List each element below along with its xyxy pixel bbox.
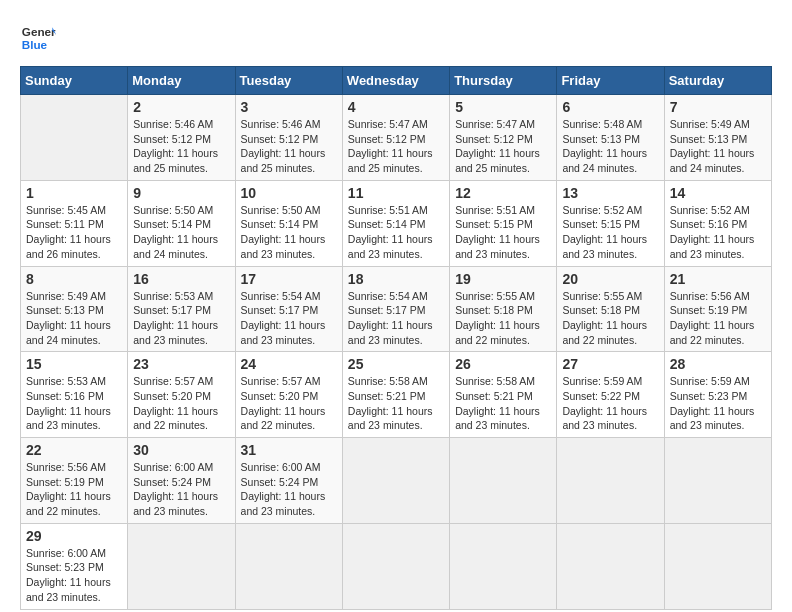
calendar-cell: 26Sunrise: 5:58 AMSunset: 5:21 PMDayligh… <box>450 352 557 438</box>
day-number: 1 <box>26 185 122 201</box>
calendar-cell: 5Sunrise: 5:47 AMSunset: 5:12 PMDaylight… <box>450 95 557 181</box>
day-info: Sunrise: 5:47 AMSunset: 5:12 PMDaylight:… <box>348 117 444 176</box>
calendar-cell <box>664 523 771 609</box>
day-info: Sunrise: 5:55 AMSunset: 5:18 PMDaylight:… <box>562 289 658 348</box>
calendar-cell: 13Sunrise: 5:52 AMSunset: 5:15 PMDayligh… <box>557 180 664 266</box>
day-number: 10 <box>241 185 337 201</box>
calendar-cell: 25Sunrise: 5:58 AMSunset: 5:21 PMDayligh… <box>342 352 449 438</box>
col-header-friday: Friday <box>557 67 664 95</box>
day-info: Sunrise: 5:59 AMSunset: 5:23 PMDaylight:… <box>670 374 766 433</box>
day-info: Sunrise: 5:49 AMSunset: 5:13 PMDaylight:… <box>26 289 122 348</box>
svg-text:General: General <box>22 25 56 38</box>
day-number: 31 <box>241 442 337 458</box>
col-header-saturday: Saturday <box>664 67 771 95</box>
day-info: Sunrise: 5:52 AMSunset: 5:15 PMDaylight:… <box>562 203 658 262</box>
day-info: Sunrise: 5:59 AMSunset: 5:22 PMDaylight:… <box>562 374 658 433</box>
day-number: 30 <box>133 442 229 458</box>
day-number: 13 <box>562 185 658 201</box>
calendar-cell: 15Sunrise: 5:53 AMSunset: 5:16 PMDayligh… <box>21 352 128 438</box>
calendar-row: 2Sunrise: 5:46 AMSunset: 5:12 PMDaylight… <box>21 95 772 181</box>
calendar-cell: 14Sunrise: 5:52 AMSunset: 5:16 PMDayligh… <box>664 180 771 266</box>
day-info: Sunrise: 5:50 AMSunset: 5:14 PMDaylight:… <box>241 203 337 262</box>
day-number: 21 <box>670 271 766 287</box>
day-number: 20 <box>562 271 658 287</box>
calendar-cell: 23Sunrise: 5:57 AMSunset: 5:20 PMDayligh… <box>128 352 235 438</box>
calendar-cell <box>664 438 771 524</box>
calendar-cell <box>128 523 235 609</box>
calendar-cell: 9Sunrise: 5:50 AMSunset: 5:14 PMDaylight… <box>128 180 235 266</box>
calendar-cell: 3Sunrise: 5:46 AMSunset: 5:12 PMDaylight… <box>235 95 342 181</box>
calendar-cell: 24Sunrise: 5:57 AMSunset: 5:20 PMDayligh… <box>235 352 342 438</box>
day-number: 27 <box>562 356 658 372</box>
calendar-row: 22Sunrise: 5:56 AMSunset: 5:19 PMDayligh… <box>21 438 772 524</box>
day-info: Sunrise: 5:50 AMSunset: 5:14 PMDaylight:… <box>133 203 229 262</box>
day-number: 4 <box>348 99 444 115</box>
day-number: 12 <box>455 185 551 201</box>
calendar-cell <box>342 523 449 609</box>
day-info: Sunrise: 5:53 AMSunset: 5:16 PMDaylight:… <box>26 374 122 433</box>
day-info: Sunrise: 5:48 AMSunset: 5:13 PMDaylight:… <box>562 117 658 176</box>
calendar-cell <box>342 438 449 524</box>
calendar-cell: 21Sunrise: 5:56 AMSunset: 5:19 PMDayligh… <box>664 266 771 352</box>
day-number: 15 <box>26 356 122 372</box>
day-number: 29 <box>26 528 122 544</box>
day-number: 18 <box>348 271 444 287</box>
day-number: 24 <box>241 356 337 372</box>
col-header-sunday: Sunday <box>21 67 128 95</box>
day-info: Sunrise: 5:46 AMSunset: 5:12 PMDaylight:… <box>133 117 229 176</box>
day-info: Sunrise: 6:00 AMSunset: 5:24 PMDaylight:… <box>133 460 229 519</box>
day-number: 28 <box>670 356 766 372</box>
col-header-wednesday: Wednesday <box>342 67 449 95</box>
calendar-cell: 1Sunrise: 5:45 AMSunset: 5:11 PMDaylight… <box>21 180 128 266</box>
day-info: Sunrise: 5:53 AMSunset: 5:17 PMDaylight:… <box>133 289 229 348</box>
day-number: 17 <box>241 271 337 287</box>
day-number: 6 <box>562 99 658 115</box>
calendar-cell: 27Sunrise: 5:59 AMSunset: 5:22 PMDayligh… <box>557 352 664 438</box>
day-info: Sunrise: 6:00 AMSunset: 5:23 PMDaylight:… <box>26 546 122 605</box>
day-number: 3 <box>241 99 337 115</box>
calendar-row: 29Sunrise: 6:00 AMSunset: 5:23 PMDayligh… <box>21 523 772 609</box>
day-number: 25 <box>348 356 444 372</box>
calendar-cell: 30Sunrise: 6:00 AMSunset: 5:24 PMDayligh… <box>128 438 235 524</box>
calendar-row: 8Sunrise: 5:49 AMSunset: 5:13 PMDaylight… <box>21 266 772 352</box>
day-info: Sunrise: 5:49 AMSunset: 5:13 PMDaylight:… <box>670 117 766 176</box>
calendar-cell <box>235 523 342 609</box>
day-info: Sunrise: 5:51 AMSunset: 5:14 PMDaylight:… <box>348 203 444 262</box>
logo-icon: General Blue <box>20 20 56 56</box>
day-info: Sunrise: 5:54 AMSunset: 5:17 PMDaylight:… <box>348 289 444 348</box>
day-number: 5 <box>455 99 551 115</box>
day-info: Sunrise: 5:58 AMSunset: 5:21 PMDaylight:… <box>348 374 444 433</box>
day-info: Sunrise: 5:52 AMSunset: 5:16 PMDaylight:… <box>670 203 766 262</box>
day-number: 8 <box>26 271 122 287</box>
calendar-cell: 31Sunrise: 6:00 AMSunset: 5:24 PMDayligh… <box>235 438 342 524</box>
calendar-cell: 7Sunrise: 5:49 AMSunset: 5:13 PMDaylight… <box>664 95 771 181</box>
calendar-cell: 22Sunrise: 5:56 AMSunset: 5:19 PMDayligh… <box>21 438 128 524</box>
logo: General Blue <box>20 20 56 56</box>
calendar-cell <box>450 438 557 524</box>
calendar-cell: 17Sunrise: 5:54 AMSunset: 5:17 PMDayligh… <box>235 266 342 352</box>
calendar-cell <box>450 523 557 609</box>
day-number: 11 <box>348 185 444 201</box>
calendar-table: SundayMondayTuesdayWednesdayThursdayFrid… <box>20 66 772 610</box>
calendar-cell: 28Sunrise: 5:59 AMSunset: 5:23 PMDayligh… <box>664 352 771 438</box>
col-header-tuesday: Tuesday <box>235 67 342 95</box>
col-header-thursday: Thursday <box>450 67 557 95</box>
day-number: 14 <box>670 185 766 201</box>
calendar-cell <box>557 523 664 609</box>
calendar-cell: 2Sunrise: 5:46 AMSunset: 5:12 PMDaylight… <box>128 95 235 181</box>
calendar-cell: 8Sunrise: 5:49 AMSunset: 5:13 PMDaylight… <box>21 266 128 352</box>
day-info: Sunrise: 5:45 AMSunset: 5:11 PMDaylight:… <box>26 203 122 262</box>
calendar-cell: 19Sunrise: 5:55 AMSunset: 5:18 PMDayligh… <box>450 266 557 352</box>
day-number: 16 <box>133 271 229 287</box>
col-header-monday: Monday <box>128 67 235 95</box>
calendar-cell: 18Sunrise: 5:54 AMSunset: 5:17 PMDayligh… <box>342 266 449 352</box>
day-info: Sunrise: 5:57 AMSunset: 5:20 PMDaylight:… <box>133 374 229 433</box>
day-info: Sunrise: 5:54 AMSunset: 5:17 PMDaylight:… <box>241 289 337 348</box>
calendar-row: 15Sunrise: 5:53 AMSunset: 5:16 PMDayligh… <box>21 352 772 438</box>
day-info: Sunrise: 5:58 AMSunset: 5:21 PMDaylight:… <box>455 374 551 433</box>
day-number: 9 <box>133 185 229 201</box>
calendar-cell: 12Sunrise: 5:51 AMSunset: 5:15 PMDayligh… <box>450 180 557 266</box>
day-info: Sunrise: 5:55 AMSunset: 5:18 PMDaylight:… <box>455 289 551 348</box>
calendar-cell: 29Sunrise: 6:00 AMSunset: 5:23 PMDayligh… <box>21 523 128 609</box>
calendar-row: 1Sunrise: 5:45 AMSunset: 5:11 PMDaylight… <box>21 180 772 266</box>
